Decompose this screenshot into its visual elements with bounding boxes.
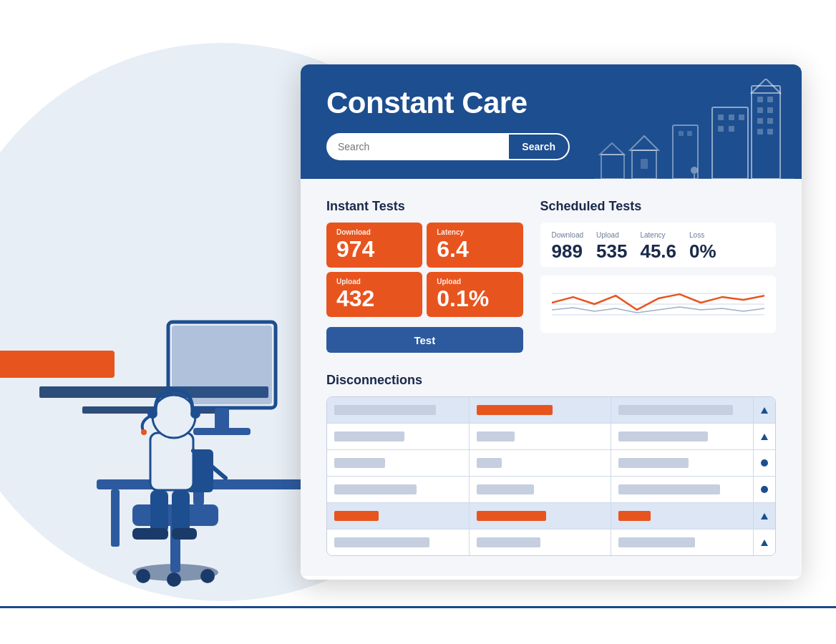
dot-icon	[761, 459, 768, 467]
table-cell	[470, 477, 612, 502]
table-cell	[470, 530, 612, 555]
upload-label: Upload	[336, 278, 412, 286]
tests-row: Instant Tests Download 974 Latency 6.4 U…	[326, 199, 776, 353]
table-cell	[327, 450, 470, 476]
packet-loss-value: 0.1%	[437, 287, 512, 310]
table-cell	[611, 450, 754, 476]
sched-loss: Loss 0%	[689, 231, 716, 263]
up-arrow-icon	[761, 434, 768, 440]
svg-rect-46	[641, 159, 648, 169]
table-cell	[470, 503, 612, 529]
sched-download-value: 989	[552, 240, 583, 263]
download-metric-card: Download 974	[326, 223, 422, 268]
app-window: Constant Care Search	[301, 64, 802, 580]
disconnections-title: Disconnections	[326, 373, 776, 388]
app-title: Constant Care	[326, 86, 776, 120]
table-cell	[327, 530, 470, 555]
sched-upload: Upload 535	[596, 231, 627, 263]
up-arrow-icon	[761, 407, 768, 414]
sched-download: Download 989	[552, 231, 583, 263]
table-indicator-cell	[754, 424, 775, 449]
table-indicator-cell	[754, 450, 775, 476]
svg-rect-15	[150, 433, 193, 490]
disconnections-section: Disconnections	[326, 373, 776, 556]
disconnections-table	[326, 396, 776, 556]
table-cell	[327, 477, 470, 502]
sched-latency: Latency 45.6	[640, 231, 676, 263]
svg-rect-42	[679, 131, 684, 136]
table-row	[327, 397, 775, 424]
line-chart	[552, 283, 764, 326]
upload-metric-card: Upload 432	[326, 272, 422, 317]
table-cell	[611, 530, 754, 555]
download-label: Download	[336, 228, 412, 236]
table-row	[327, 424, 775, 450]
sched-latency-label: Latency	[640, 231, 676, 239]
svg-point-17	[152, 395, 195, 438]
svg-rect-33	[757, 129, 763, 135]
up-arrow-icon	[761, 540, 768, 546]
table-cell	[470, 450, 612, 476]
sched-loss-value: 0%	[689, 240, 716, 263]
download-value: 974	[336, 238, 412, 260]
scheduled-metrics-row: Download 989 Upload 535 Latency 45.6 L	[540, 223, 776, 267]
table-row	[327, 503, 775, 530]
svg-rect-5	[111, 489, 120, 547]
table-cell	[470, 397, 612, 423]
table-row	[327, 477, 775, 503]
table-cell	[611, 477, 754, 502]
search-input[interactable]	[326, 133, 509, 160]
table-cell	[611, 503, 754, 529]
svg-rect-2	[215, 408, 229, 429]
line-chart-container	[540, 275, 776, 333]
search-bar-container: Search	[326, 133, 570, 160]
svg-rect-24	[172, 528, 197, 540]
svg-rect-34	[767, 129, 773, 135]
table-cell	[611, 397, 754, 423]
svg-rect-21	[150, 490, 168, 533]
svg-marker-47	[600, 143, 624, 155]
latency-metric-card: Latency 6.4	[427, 223, 522, 268]
svg-rect-48	[601, 155, 624, 179]
dot-icon	[761, 486, 768, 493]
svg-rect-3	[193, 428, 251, 435]
app-header: Constant Care Search	[301, 64, 802, 179]
table-indicator-cell	[754, 530, 775, 555]
table-cell	[327, 503, 470, 529]
svg-point-20	[141, 429, 147, 435]
svg-rect-22	[172, 490, 190, 533]
instant-tests-metrics-grid: Download 974 Latency 6.4 Upload 432 Up	[326, 223, 523, 317]
table-indicator-cell	[754, 477, 775, 502]
table-row	[327, 530, 775, 555]
latency-label: Latency	[437, 228, 512, 236]
app-body: Instant Tests Download 974 Latency 6.4 U…	[301, 179, 802, 576]
sched-loss-label: Loss	[689, 231, 716, 239]
instant-tests-panel: Instant Tests Download 974 Latency 6.4 U…	[326, 199, 523, 353]
scheduled-tests-panel: Scheduled Tests Download 989 Upload 535 …	[540, 199, 776, 353]
table-indicator-cell	[754, 503, 775, 529]
table-cell	[327, 424, 470, 449]
upload-value: 432	[336, 287, 412, 310]
svg-rect-43	[687, 131, 692, 136]
svg-point-8	[136, 569, 150, 583]
person-illustration	[39, 301, 340, 608]
table-cell	[470, 424, 612, 449]
svg-rect-40	[729, 126, 734, 132]
packet-loss-label: Upload	[437, 278, 512, 286]
svg-rect-23	[132, 528, 168, 540]
svg-point-49	[691, 167, 698, 174]
table-cell	[327, 397, 470, 423]
search-button[interactable]: Search	[509, 133, 570, 160]
test-button[interactable]: Test	[326, 327, 523, 353]
scene: Constant Care Search	[0, 0, 836, 644]
latency-value: 6.4	[437, 238, 512, 260]
instant-tests-title: Instant Tests	[326, 199, 523, 214]
up-arrow-icon	[761, 513, 768, 519]
table-indicator-cell	[754, 397, 775, 423]
svg-rect-39	[718, 126, 724, 132]
sched-latency-value: 45.6	[640, 240, 676, 263]
table-row	[327, 450, 775, 477]
packet-loss-metric-card: Upload 0.1%	[427, 272, 522, 317]
sched-upload-label: Upload	[596, 231, 627, 239]
svg-point-10	[167, 572, 181, 587]
